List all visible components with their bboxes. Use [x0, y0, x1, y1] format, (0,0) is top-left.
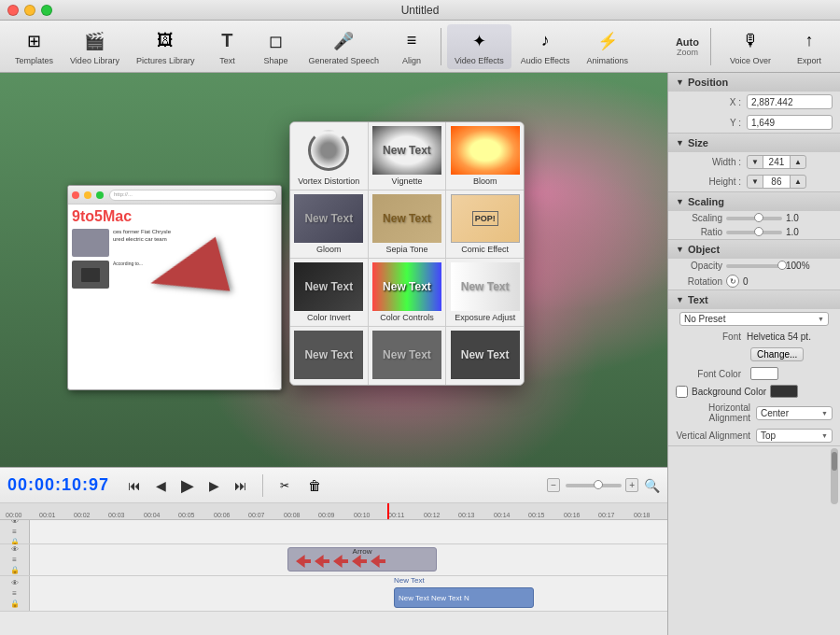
- valign-dropdown[interactable]: Top ▼: [756, 429, 833, 443]
- toolbar-animations[interactable]: ⚡ Animations: [580, 24, 637, 69]
- voiceover-icon: 🎙: [737, 28, 763, 54]
- toolbar-voiceover[interactable]: 🎙 Voice Over: [722, 24, 778, 69]
- toolbar-audio-effects[interactable]: ♪ Audio Effects: [513, 24, 578, 69]
- ratio-slider[interactable]: [726, 231, 782, 234]
- scaling-slider[interactable]: [726, 217, 782, 220]
- toolbar-text[interactable]: T Text: [203, 24, 250, 69]
- text-clip[interactable]: New Text New Text N: [394, 587, 534, 608]
- track-3-lines-icon: ≡: [12, 589, 17, 598]
- cut-button[interactable]: ✂: [274, 477, 295, 494]
- toolbar-text-label: Text: [219, 56, 235, 65]
- vignette-preview: New Text: [372, 126, 441, 175]
- toolbar-templates[interactable]: ⊞ Templates: [7, 24, 61, 69]
- height-stepper[interactable]: ▼ 86 ▲: [747, 175, 806, 189]
- maximize-button[interactable]: [41, 5, 52, 16]
- width-stepper[interactable]: ▼ 241 ▲: [747, 155, 806, 169]
- effect-color-controls[interactable]: New Text Color Controls: [369, 259, 446, 326]
- minimize-button[interactable]: [24, 5, 35, 16]
- effect-row4-1-visual: New Text: [294, 331, 363, 379]
- toolbar-pictures[interactable]: 🖼 Pictures Library: [129, 24, 203, 69]
- scaling-arrow-icon: ▼: [676, 197, 684, 206]
- scrollbar-track[interactable]: [831, 448, 838, 504]
- opacity-row: Opacity 100%: [668, 259, 840, 273]
- fast-forward-button[interactable]: ▶: [205, 476, 223, 495]
- toolbar-speech[interactable]: 🎤 Generated Speech: [301, 24, 386, 69]
- arrow-clip[interactable]: Arrow: [287, 547, 437, 572]
- volume-slider[interactable]: [566, 484, 622, 487]
- text-header[interactable]: ▼ Text: [668, 290, 840, 309]
- rewind-button[interactable]: ◀: [152, 476, 170, 495]
- toolbar-voiceover-label: Voice Over: [730, 56, 771, 65]
- y-value[interactable]: 1,649: [747, 115, 833, 130]
- zoom-in-icon[interactable]: 🔍: [644, 478, 660, 493]
- bloom-label: Bloom: [473, 176, 497, 186]
- object-section: ▼ Object Opacity 100% Rotation ↻ 0: [668, 240, 840, 290]
- rotation-value: 0: [743, 276, 749, 287]
- right-panel: ▼ Position X : 2,887.442 Y : 1,649 ▼ Siz…: [667, 73, 840, 635]
- scrollbar-thumb[interactable]: [832, 452, 837, 471]
- toolbar-video-library[interactable]: 🎬 Video Library: [63, 24, 127, 69]
- object-header[interactable]: ▼ Object: [668, 240, 840, 259]
- pictures-icon: 🖼: [152, 28, 178, 54]
- effect-gloom[interactable]: New Text Gloom: [290, 190, 368, 258]
- toolbar-export[interactable]: ↑ Export: [786, 24, 833, 69]
- halign-dropdown[interactable]: Center ▼: [756, 406, 833, 420]
- effect-row4-1[interactable]: New Text: [290, 327, 368, 385]
- ruler-13: 00:13: [458, 512, 475, 518]
- width-value: 241: [763, 156, 791, 168]
- ruler-8: 00:08: [284, 512, 301, 518]
- scaling-header[interactable]: ▼ Scaling: [668, 192, 840, 211]
- color-invert-visual: New Text: [294, 262, 363, 311]
- close-button[interactable]: [7, 5, 19, 16]
- ruler-15: 00:15: [528, 512, 545, 518]
- vignette-label: Vignette: [392, 176, 423, 186]
- toolbar-shape[interactable]: ◻ Shape: [252, 24, 299, 69]
- effect-row4-2[interactable]: New Text: [369, 327, 446, 385]
- gloom-label: Gloom: [316, 245, 342, 254]
- position-section: ▼ Position X : 2,887.442 Y : 1,649: [668, 73, 840, 134]
- volume-minus-button[interactable]: −: [547, 478, 560, 492]
- effect-sepia[interactable]: New Text Sepia Tone: [369, 190, 446, 258]
- scroll-indicator: [668, 446, 840, 506]
- object-arrow-icon: ▼: [676, 245, 684, 254]
- height-increment[interactable]: ▲: [791, 176, 805, 187]
- effect-vortex[interactable]: Vortex Distortion: [290, 122, 368, 190]
- size-header[interactable]: ▼ Size: [668, 134, 840, 152]
- skip-to-start-button[interactable]: ⏮: [124, 476, 145, 495]
- skip-to-end-button[interactable]: ⏭: [231, 476, 251, 495]
- delete-button[interactable]: 🗑: [302, 476, 327, 495]
- effect-vignette[interactable]: New Text Vignette: [369, 122, 446, 190]
- width-increment[interactable]: ▲: [791, 157, 805, 167]
- rotation-dial[interactable]: ↻: [726, 275, 739, 288]
- effect-bloom[interactable]: Bloom: [446, 122, 524, 190]
- bg-color-checkbox[interactable]: [676, 386, 688, 398]
- effect-row4-3[interactable]: New Text: [446, 327, 524, 385]
- ruler-9: 00:09: [318, 512, 335, 518]
- font-color-swatch[interactable]: [750, 367, 778, 380]
- comic-preview: POP!: [451, 194, 520, 243]
- font-change-button[interactable]: Change...: [750, 347, 804, 361]
- effect-exposure[interactable]: New Text Exposure Adjust: [446, 259, 524, 326]
- preset-dropdown[interactable]: No Preset ▼: [679, 312, 829, 326]
- toolbar-align[interactable]: ≡ Align: [388, 24, 435, 69]
- effects-popup[interactable]: Vortex Distortion New Text Vignette: [289, 121, 525, 386]
- width-label: Width :: [676, 157, 741, 167]
- toolbar-video-effects[interactable]: ✦ Video Effects: [447, 24, 511, 69]
- opacity-slider[interactable]: [726, 264, 782, 268]
- x-value[interactable]: 2,887.442: [747, 94, 833, 109]
- bg-color-swatch[interactable]: [770, 385, 798, 398]
- ruler-14: 00:14: [494, 512, 511, 518]
- width-decrement[interactable]: ▼: [748, 157, 763, 167]
- play-button[interactable]: ▶: [177, 473, 198, 498]
- exposure-visual: New Text: [451, 262, 520, 311]
- color-controls-preview: New Text: [372, 262, 441, 311]
- height-decrement[interactable]: ▼: [748, 176, 763, 187]
- toolbar: ⊞ Templates 🎬 Video Library 🖼 Pictures L…: [0, 21, 840, 73]
- zoom-label: Zoom: [677, 48, 698, 57]
- ruler-17: 00:17: [598, 512, 615, 518]
- volume-plus-button[interactable]: +: [625, 478, 638, 492]
- position-header[interactable]: ▼ Position: [668, 73, 840, 92]
- effect-color-invert[interactable]: New Text Color Invert: [290, 259, 368, 326]
- change-btn-row: Change...: [668, 345, 840, 364]
- effect-comic[interactable]: POP! Comic Effect: [446, 190, 524, 258]
